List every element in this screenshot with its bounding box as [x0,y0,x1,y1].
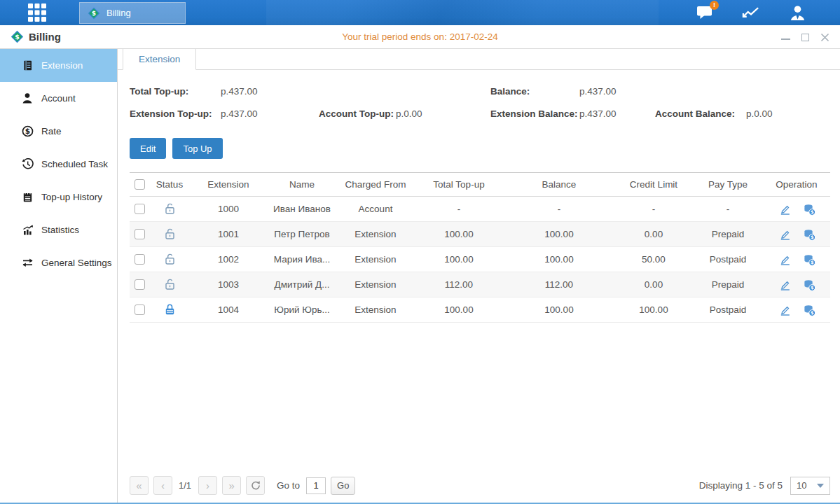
row-checkbox[interactable] [135,304,145,315]
top-taskbar: Billing ! [0,0,840,25]
topup-coins-icon[interactable] [803,304,815,316]
messages-icon[interactable]: ! [696,4,714,21]
unlocked-icon [163,282,177,293]
col-charged-from: Charged From [337,173,414,197]
credit-limit-cell: 100.00 [614,298,693,323]
row-checkbox[interactable] [135,229,145,239]
account-topup-value: p.0.00 [396,108,490,119]
sidebar-item-statistics[interactable]: Statistics [0,214,117,246]
next-page-button[interactable]: › [198,476,217,495]
row-checkbox[interactable] [135,204,145,214]
goto-label: Go to [277,480,300,491]
edit-icon[interactable] [778,303,792,316]
sidebar-item-account[interactable]: Account [0,82,117,115]
total-topup-label: Total Top-up: [130,86,221,97]
sidebar-item-label: General Settings [41,258,112,268]
minimize-icon[interactable] [781,33,790,42]
app-launcher-grid-icon[interactable] [24,0,50,26]
goto-page-input[interactable] [306,477,326,494]
col-status: Status [149,173,190,197]
tab-extension[interactable]: Extension [123,49,196,70]
pay-type-cell: Prepaid [693,272,763,298]
account-topup-label: Account Top-up: [319,108,396,119]
extension-balance-label: Extension Balance: [490,108,579,119]
extension-cell: 1002 [190,247,267,272]
sidebar-item-label: Account [41,93,76,104]
total-topup-cell: 100.00 [414,222,504,247]
edit-icon[interactable] [778,278,792,291]
sidebar-item-rate[interactable]: $ Rate [0,115,117,148]
col-extension: Extension [190,173,267,197]
edit-icon[interactable] [778,253,792,266]
chart-icon[interactable] [742,4,760,21]
user-icon[interactable] [788,4,806,21]
dollar-circle-icon: $ [21,125,34,138]
prev-page-button[interactable]: ‹ [153,476,172,495]
topup-coins-icon[interactable] [803,253,815,266]
topup-coins-icon[interactable] [803,203,815,216]
table-row: 1001 Петр Петров Extension 100.00 100.00… [130,222,830,247]
charged-from-cell: Account [337,197,414,222]
balance-cell: - [504,197,614,222]
main-panel: Extension Total Top-up: p.437.00 Balance… [118,49,840,503]
status-cell [149,272,190,298]
topup-coins-icon[interactable] [803,279,815,291]
edit-icon[interactable] [778,202,792,216]
total-topup-value: p.437.00 [221,86,319,97]
credit-limit-cell: - [614,197,693,222]
col-operation: Operation [763,173,830,197]
sidebar-item-scheduled-task[interactable]: Scheduled Task [0,148,117,181]
topup-coins-icon[interactable] [803,228,815,241]
select-all-checkbox[interactable] [135,179,145,190]
bar-chart-icon [21,224,34,237]
extension-topup-value: p.437.00 [221,108,319,119]
pay-type-cell: - [693,197,763,222]
name-cell: Петр Петров [267,222,337,247]
sidebar-item-label: Extension [41,60,83,71]
first-page-button[interactable]: « [130,476,149,495]
account-balance-label: Account Balance: [655,108,746,119]
charged-from-cell: Extension [337,272,414,298]
extension-balance-value: p.437.00 [579,108,655,119]
sidebar-item-general-settings[interactable]: General Settings [0,246,117,279]
sidebar-item-extension[interactable]: Extension [0,49,117,82]
col-balance: Balance [504,173,614,197]
billing-summary: Total Top-up: p.437.00 Balance: p.437.00… [130,86,830,119]
refresh-button[interactable] [246,476,265,495]
table-row: 1003 Дмитрий Д... Extension 112.00 112.0… [130,272,830,298]
close-icon[interactable] [820,33,829,42]
total-topup-cell: - [414,197,504,222]
row-checkbox[interactable] [135,279,145,290]
name-cell: Юрий Юрь... [267,298,337,323]
extension-topup-label: Extension Top-up: [130,108,221,119]
locked-icon [163,307,177,318]
status-cell [149,298,190,323]
go-button[interactable]: Go [331,477,355,495]
person-icon [21,92,34,105]
balance-cell: 100.00 [504,222,614,247]
sidebar-item-label: Rate [41,126,62,136]
unlocked-icon [163,232,177,242]
table-header-row: Status Extension Name Charged From Total… [130,173,830,197]
maximize-icon[interactable] [801,33,810,42]
extensions-table: Status Extension Name Charged From Total… [130,172,830,323]
edit-button[interactable]: Edit [130,138,166,159]
table-row: 1000 Иван Иванов Account - - - - [130,197,830,222]
notepad-icon [21,191,34,204]
unlocked-icon [163,206,177,217]
last-page-button[interactable]: » [222,476,241,495]
sidebar-item-topup-history[interactable]: Top-up History [0,181,117,214]
edit-icon[interactable] [778,227,792,241]
trial-notice: Your trial period ends on: 2017-02-24 [0,31,840,42]
pay-type-cell: Postpaid [693,247,763,272]
clock-icon [21,158,34,171]
row-checkbox[interactable] [135,254,145,265]
balance-cell: 100.00 [504,247,614,272]
topup-button[interactable]: Top Up [172,138,222,159]
status-cell [149,247,190,272]
taskbar-tab-billing[interactable]: Billing [79,2,186,24]
extension-cell: 1000 [190,197,267,222]
page-size-select[interactable]: 10 [790,477,830,495]
table-row: 1002 Мария Ива... Extension 100.00 100.0… [130,247,830,272]
status-cell [149,222,190,247]
